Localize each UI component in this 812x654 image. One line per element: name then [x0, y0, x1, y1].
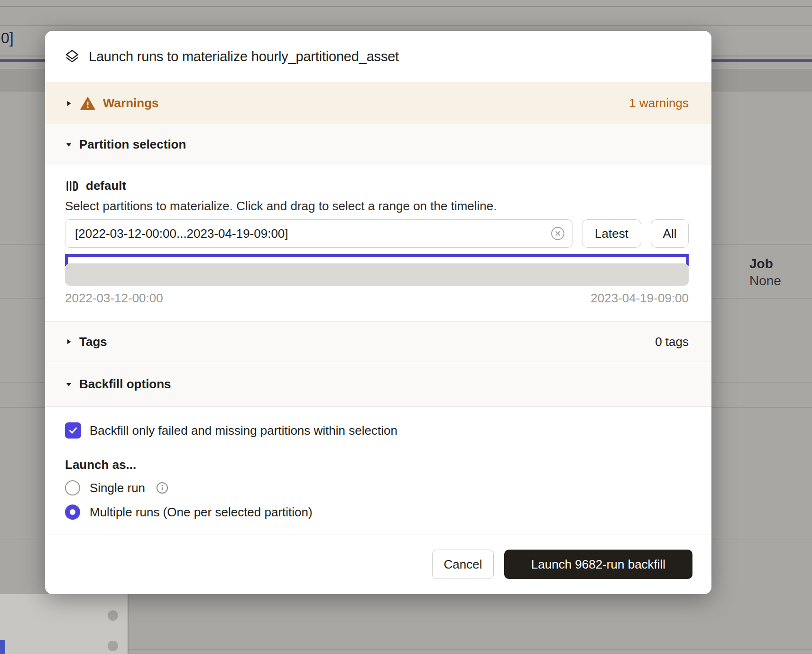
partition-range-input-wrap: [65, 219, 572, 248]
backfill-options-content: Backfill only failed and missing partiti…: [45, 407, 711, 534]
backfill-options-label: Backfill options: [79, 377, 171, 392]
bg-truncated-text: 0]: [1, 29, 14, 47]
timeline-start-label: 2022-03-12-00:00: [65, 291, 163, 306]
check-icon: [68, 425, 78, 436]
latest-button[interactable]: Latest: [582, 219, 641, 248]
clear-selection-button[interactable]: [551, 226, 565, 241]
chevron-down-icon: [65, 141, 73, 149]
tags-label: Tags: [79, 335, 107, 349]
bg-divider: [0, 25, 812, 26]
tags-section-toggle[interactable]: Tags 0 tags: [45, 321, 711, 362]
selection-range-line: [65, 254, 689, 257]
bg-status-dot: [108, 610, 118, 621]
single-run-label: Single run: [90, 481, 145, 495]
dialog-header: Launch runs to materialize hourly_partit…: [45, 31, 711, 82]
warning-icon: [80, 96, 95, 111]
partition-set-row: default: [65, 178, 689, 193]
chevron-right-icon: [65, 100, 73, 107]
checkbox-checked[interactable]: [65, 422, 81, 439]
partition-timeline: 2022-03-12-00:00 2023-04-19-09:00: [65, 254, 689, 309]
launch-as-label: Launch as...: [65, 458, 689, 472]
timeline-end-label: 2023-04-19-09:00: [591, 291, 689, 306]
partition-selection-content: default Select partitions to materialize…: [45, 165, 711, 321]
partition-range-row: Latest All: [65, 219, 689, 248]
clear-circle-x-icon: [551, 226, 565, 241]
radio-unselected[interactable]: [65, 480, 80, 495]
partition-selection-toggle[interactable]: Partition selection: [45, 124, 711, 165]
radio-selected[interactable]: [65, 505, 80, 520]
asset-icon: [64, 48, 80, 65]
chevron-right-icon: [65, 338, 73, 346]
cancel-button[interactable]: Cancel: [432, 550, 494, 579]
timeline-date-labels: 2022-03-12-00:00 2023-04-19-09:00: [65, 291, 689, 306]
bg-focus-fragment: [0, 640, 5, 654]
info-icon[interactable]: [156, 481, 169, 495]
multiple-runs-label: Multiple runs (One per selected partitio…: [90, 505, 313, 520]
partition-set-name: default: [86, 178, 126, 193]
single-run-radio-row[interactable]: Single run: [65, 479, 689, 496]
dialog-footer: Cancel Launch 9682-run backfill: [45, 534, 711, 594]
dialog-title: Launch runs to materialize hourly_partit…: [89, 49, 399, 65]
launch-backfill-dialog: Launch runs to materialize hourly_partit…: [45, 31, 711, 594]
chevron-down-icon: [65, 381, 73, 388]
bg-job-column-value: None: [749, 273, 781, 289]
bg-status-dot: [108, 641, 118, 651]
multiple-runs-radio-row[interactable]: Multiple runs (One per selected partitio…: [65, 504, 689, 521]
partition-set-icon: [65, 179, 79, 193]
partition-timeline-track[interactable]: [65, 263, 689, 286]
all-button[interactable]: All: [651, 219, 689, 248]
backfill-checkbox-label: Backfill only failed and missing partiti…: [90, 423, 397, 438]
partition-selection-description: Select partitions to materialize. Click …: [65, 199, 689, 214]
bg-job-column-header: Job: [749, 256, 773, 271]
launch-backfill-button[interactable]: Launch 9682-run backfill: [504, 550, 692, 579]
backfill-options-toggle[interactable]: Backfill options: [45, 362, 711, 407]
partition-range-input[interactable]: [65, 219, 572, 248]
screen: 0] Job None Launch runs to materialize h…: [0, 0, 812, 654]
tags-count: 0 tags: [655, 335, 689, 349]
backfill-only-failed-checkbox-row[interactable]: Backfill only failed and missing partiti…: [65, 422, 689, 439]
bg-divider: [0, 6, 812, 7]
warnings-count: 1 warnings: [629, 96, 689, 111]
warnings-section-toggle[interactable]: Warnings 1 warnings: [45, 82, 711, 124]
partition-selection-label: Partition selection: [79, 137, 186, 152]
warnings-label: Warnings: [103, 96, 158, 111]
